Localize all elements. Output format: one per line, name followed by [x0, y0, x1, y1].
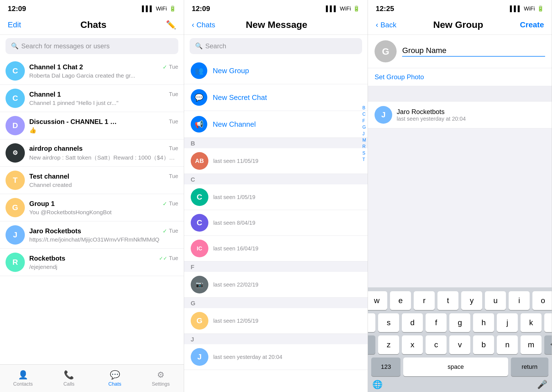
tab-settings[interactable]: ⚙ Settings	[138, 365, 184, 392]
key-d[interactable]: d	[402, 313, 423, 332]
avatar: T	[6, 171, 25, 190]
key-k[interactable]: k	[521, 313, 542, 332]
alpha-j[interactable]: J	[362, 131, 366, 137]
battery-icon-2: 🔋	[353, 5, 360, 12]
new-secret-chat-menu-item[interactable]: 💬 New Secret Chat	[184, 84, 368, 111]
back-button-3[interactable]: ‹ Back	[376, 20, 396, 29]
search-bar-2[interactable]: 🔍 Search	[190, 38, 362, 54]
avatar: C	[191, 188, 208, 206]
new-channel-label: New Channel	[213, 120, 256, 129]
contact-item[interactable]: IC last seen 16/04/19	[184, 236, 368, 261]
mic-icon[interactable]: 🎤	[537, 380, 547, 389]
chat-top: Rocketbots ✓✓ Tue	[29, 255, 178, 262]
key-i[interactable]: i	[509, 291, 530, 310]
new-channel-icon: 📢	[191, 116, 207, 133]
check-icon: ✓	[163, 200, 167, 207]
alpha-r[interactable]: R	[362, 144, 366, 150]
key-v[interactable]: v	[449, 335, 470, 354]
key-s[interactable]: s	[378, 313, 399, 332]
new-chat-icon[interactable]: ✏️	[166, 20, 176, 30]
contact-status: last seen 22/02/19	[213, 282, 361, 288]
globe-icon[interactable]: 🌐	[372, 380, 383, 389]
new-group-label: New Group	[213, 67, 249, 75]
create-button[interactable]: Create	[520, 20, 544, 29]
keyboard-row-4: 123 space return	[371, 357, 548, 376]
key-o[interactable]: o	[532, 291, 552, 310]
key-e[interactable]: e	[390, 291, 411, 310]
contact-item[interactable]: 📷 last seen 22/02/19	[184, 272, 368, 298]
key-c[interactable]: c	[426, 335, 447, 354]
chat-preview: New airdrop : Satt token（Satt）Reward : 1…	[29, 154, 178, 161]
key-backspace[interactable]: ⌫	[544, 335, 552, 354]
key-m[interactable]: m	[521, 335, 542, 354]
tab-calls[interactable]: 📞 Calls	[46, 365, 92, 392]
search-icon-2: 🔍	[195, 43, 203, 50]
key-r[interactable]: r	[414, 291, 435, 310]
section-b: B	[184, 138, 368, 148]
chat-item[interactable]: D Discussion - CHANNEL 1 🔇 Tue 👍	[0, 112, 184, 139]
chat-top: Group 1 ✓ Tue	[29, 200, 178, 208]
back-chats-button[interactable]: ‹ Chats	[192, 20, 215, 29]
set-group-photo-button[interactable]: Set Group Photo	[375, 73, 424, 81]
alpha-c[interactable]: C	[362, 111, 366, 117]
key-y[interactable]: y	[461, 291, 482, 310]
contact-item[interactable]: G last seen 12/05/19	[184, 308, 368, 334]
contact-item[interactable]: C last seen 8/04/19	[184, 210, 368, 236]
contact-item[interactable]: C last seen 1/05/19	[184, 184, 368, 210]
chat-item[interactable]: C Channel 1 Tue Channel 1 pinned "Hello …	[0, 85, 184, 112]
nav-bar-1: Edit Chats ✏️	[0, 15, 184, 35]
key-shift[interactable]: ⇧	[368, 335, 375, 354]
key-b[interactable]: b	[473, 335, 494, 354]
key-g[interactable]: g	[449, 313, 470, 332]
alpha-b[interactable]: B	[362, 105, 366, 111]
member-item[interactable]: J Jaro Rocketbots last seen yesterday at…	[368, 102, 552, 128]
key-t[interactable]: t	[437, 291, 458, 310]
chat-item[interactable]: G Group 1 ✓ Tue You @RocketbotsHongKongB…	[0, 194, 184, 221]
alpha-m[interactable]: M	[362, 137, 366, 143]
key-n[interactable]: n	[497, 335, 518, 354]
key-return[interactable]: return	[511, 357, 548, 376]
chat-info: airdrop channels Tue New airdrop : Satt …	[29, 145, 178, 161]
group-name-input[interactable]	[402, 46, 545, 55]
avatar: ⚙	[6, 143, 25, 163]
key-w[interactable]: w	[368, 291, 387, 310]
keyboard: q w e r t y u i o p a s d f g h j k	[368, 287, 552, 392]
key-f[interactable]: f	[426, 313, 447, 332]
alpha-f[interactable]: F	[362, 118, 366, 124]
avatar: 📷	[191, 276, 208, 293]
chat-time: ✓✓ Tue	[159, 255, 178, 261]
chat-preview: Channel created	[29, 182, 178, 188]
key-j[interactable]: j	[497, 313, 518, 332]
chat-item[interactable]: ⚙ airdrop channels Tue New airdrop : Sat…	[0, 139, 184, 167]
key-123[interactable]: 123	[371, 357, 400, 376]
chat-item[interactable]: T Test channel Tue Channel created	[0, 167, 184, 194]
chat-item[interactable]: C Channel 1 Chat 2 ✓ Tue Roberta Dal Lag…	[0, 57, 184, 85]
key-z[interactable]: z	[378, 335, 399, 354]
key-h[interactable]: h	[473, 313, 494, 332]
key-a[interactable]: a	[368, 313, 375, 332]
new-group-menu-item[interactable]: 👥 New Group	[184, 57, 368, 84]
chat-item[interactable]: R Rocketbots ✓✓ Tue /ejejenendj	[0, 249, 184, 276]
avatar: J	[191, 348, 208, 366]
edit-button[interactable]: Edit	[8, 20, 21, 29]
key-x[interactable]: x	[402, 335, 423, 354]
alpha-t[interactable]: T	[362, 157, 366, 163]
avatar: C	[191, 214, 208, 232]
new-channel-menu-item[interactable]: 📢 New Channel	[184, 111, 368, 138]
alpha-g[interactable]: G	[362, 124, 366, 130]
chat-item[interactable]: J Jaro Rocketbots ✓ Tue https://t.me/joi…	[0, 221, 184, 249]
key-u[interactable]: u	[485, 291, 506, 310]
contact-item[interactable]: J last seen yesterday at 20:04	[184, 344, 368, 370]
contact-item[interactable]: AB last seen 11/05/19	[184, 148, 368, 174]
tab-chats-label: Chats	[108, 381, 121, 387]
tab-chats[interactable]: 💬 Chats	[92, 365, 138, 392]
alpha-s[interactable]: S	[362, 150, 366, 156]
key-l[interactable]: l	[544, 313, 552, 332]
key-space[interactable]: space	[403, 357, 508, 376]
group-avatar[interactable]: G	[375, 40, 397, 62]
search-bar-1[interactable]: 🔍 Search for messages or users	[6, 38, 178, 54]
contacts-icon: 👤	[18, 370, 28, 380]
chat-info: Discussion - CHANNEL 1 🔇 Tue 👍	[29, 118, 178, 134]
signal-icon-3: ▌▌▌	[510, 6, 522, 12]
tab-contacts[interactable]: 👤 Contacts	[0, 365, 46, 392]
